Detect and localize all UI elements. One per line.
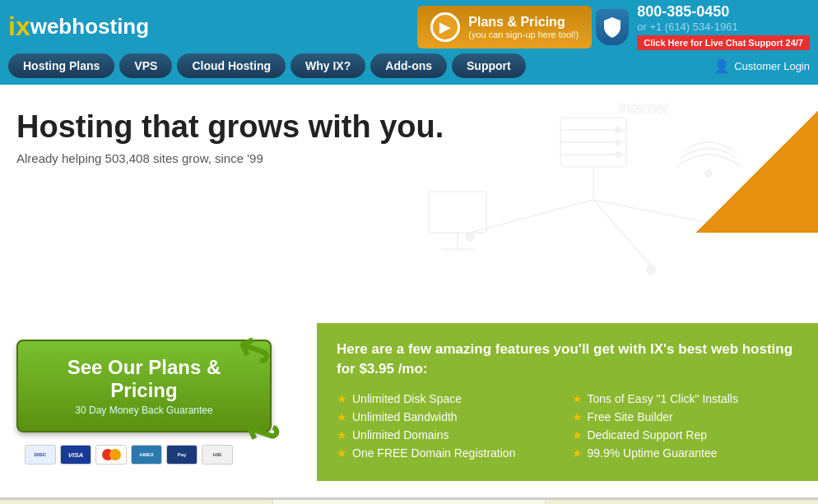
header: ixwebhosting ▶ Plans & Pricing (you can … bbox=[0, 0, 818, 53]
logo-ix: ix bbox=[8, 12, 30, 42]
feature-label-installs: Tons of Easy "1 Click" Installs bbox=[588, 392, 738, 405]
star-icon-7: ★ bbox=[572, 428, 583, 442]
nav-item-vps[interactable]: VPS bbox=[119, 53, 172, 78]
bottom-section-dedicated: Dedicated Support A Truly Unique Support… bbox=[546, 500, 818, 504]
star-icon-4: ★ bbox=[337, 446, 347, 460]
cta-button[interactable]: See Our Plans & Pricing 30 Day Money Bac… bbox=[16, 340, 272, 432]
svg-line-8 bbox=[470, 200, 593, 233]
bottom-section-vps: VPS Hosting Get Your Piece of the Cloud … bbox=[273, 500, 546, 504]
logo[interactable]: ixwebhosting bbox=[8, 12, 149, 42]
payment-icon-other: HIB bbox=[202, 445, 233, 465]
bottom-sections: Hosting Features Shared Hosting Done the… bbox=[0, 497, 818, 504]
plans-arrow-icon: ▶ bbox=[430, 12, 460, 42]
bottom-section-hosting: Hosting Features Shared Hosting Done the… bbox=[0, 500, 273, 504]
nav-item-hosting-plans[interactable]: Hosting Plans bbox=[8, 53, 114, 78]
star-icon-6: ★ bbox=[572, 410, 583, 423]
phone-area: 800-385-0450 or +1 (614) 534-1961 Click … bbox=[596, 3, 810, 50]
feature-label-uptime: 99.9% Uptime Guarantee bbox=[588, 446, 718, 460]
cta-main-text: See Our Plans & Pricing bbox=[38, 356, 250, 402]
nav-links: Hosting Plans VPS Cloud Hosting Why IX? … bbox=[8, 53, 526, 78]
features-title: Here are a few amazing features you'll g… bbox=[337, 340, 798, 379]
feature-item-disk: ★ Unlimited Disk Space bbox=[337, 392, 564, 405]
phone-number-1: 800-385-0450 bbox=[637, 3, 810, 21]
feature-item-domains: ★ Unlimited Domains bbox=[337, 428, 564, 442]
phone-numbers: 800-385-0450 or +1 (614) 534-1961 Click … bbox=[637, 3, 810, 50]
star-icon-3: ★ bbox=[337, 428, 347, 442]
svg-point-13 bbox=[647, 266, 655, 274]
star-icon-8: ★ bbox=[572, 446, 583, 460]
navigation: Hosting Plans VPS Cloud Hosting Why IX? … bbox=[0, 53, 818, 85]
payment-icon-mastercard bbox=[95, 445, 127, 465]
feature-item-domain-reg: ★ One FREE Domain Registration bbox=[337, 446, 564, 460]
left-cta: ↩ See Our Plans & Pricing 30 Day Money B… bbox=[0, 323, 313, 481]
main-content: ↩ See Our Plans & Pricing 30 Day Money B… bbox=[0, 315, 818, 497]
nav-item-cloud-hosting[interactable]: Cloud Hosting bbox=[177, 53, 286, 78]
person-icon: 👤 bbox=[713, 58, 730, 74]
feature-item-support: ★ Dedicated Support Rep bbox=[572, 428, 799, 442]
star-icon-1: ★ bbox=[337, 392, 347, 405]
feature-item-installs: ★ Tons of Easy "1 Click" Installs bbox=[572, 392, 799, 405]
star-icon-2: ★ bbox=[337, 410, 347, 423]
feature-label-support: Dedicated Support Rep bbox=[588, 428, 708, 442]
feature-label-sitebuilder: Free Site Builder bbox=[588, 410, 673, 423]
feature-label-bandwidth: Unlimited Bandwidth bbox=[352, 410, 458, 423]
svg-line-10 bbox=[593, 200, 651, 266]
customer-login-label: Customer Login bbox=[734, 60, 810, 72]
payment-icon-paypal: Pay bbox=[166, 445, 198, 465]
logo-webhosting: webhosting bbox=[30, 14, 149, 39]
live-chat-button[interactable]: Click Here for Live Chat Support 24/7 bbox=[637, 35, 810, 50]
payment-icon-visa: VISA bbox=[60, 445, 91, 465]
feature-label-domain-reg: One FREE Domain Registration bbox=[352, 446, 515, 460]
feature-label-disk: Unlimited Disk Space bbox=[352, 392, 462, 405]
shield-icon bbox=[596, 9, 629, 45]
nav-item-support[interactable]: Support bbox=[452, 53, 526, 78]
cta-sub-text: 30 Day Money Back Guarantee bbox=[38, 405, 250, 416]
plans-pricing-button[interactable]: ▶ Plans & Pricing (you can sign-up here … bbox=[417, 6, 592, 49]
payment-icons: DISC VISA AMEX Pay HIB bbox=[25, 445, 233, 465]
plans-sub: (you can sign-up here tool!) bbox=[468, 30, 579, 39]
features-grid: ★ Unlimited Disk Space ★ Tons of Easy "1… bbox=[337, 392, 798, 460]
feature-label-domains: Unlimited Domains bbox=[352, 428, 449, 442]
features-box: Here are a few amazing features you'll g… bbox=[317, 323, 818, 481]
price-ribbon: Plans starting from $3.95 /mo bbox=[670, 85, 818, 233]
plans-title: Plans & Pricing bbox=[468, 15, 579, 30]
customer-login-link[interactable]: 👤 Customer Login bbox=[713, 58, 810, 74]
plans-text: Plans & Pricing (you can sign-up here to… bbox=[468, 15, 579, 39]
nav-item-why-ix[interactable]: Why IX? bbox=[290, 53, 365, 78]
payment-icon-discover: DISC bbox=[25, 445, 56, 465]
payment-icon-amex: AMEX bbox=[131, 445, 162, 465]
svg-rect-15 bbox=[429, 192, 486, 233]
star-icon-5: ★ bbox=[572, 392, 583, 405]
feature-item-uptime: ★ 99.9% Uptime Guarantee bbox=[572, 446, 799, 460]
hero-section: Internet Hosting that grows with you. Al… bbox=[0, 85, 818, 315]
feature-item-sitebuilder: ★ Free Site Builder bbox=[572, 410, 799, 423]
header-right: ▶ Plans & Pricing (you can sign-up here … bbox=[417, 3, 810, 50]
phone-number-2: or +1 (614) 534-1961 bbox=[637, 21, 810, 33]
feature-item-bandwidth: ★ Unlimited Bandwidth bbox=[337, 410, 564, 423]
nav-item-add-ons[interactable]: Add-ons bbox=[370, 53, 447, 78]
svg-point-11 bbox=[466, 233, 474, 241]
